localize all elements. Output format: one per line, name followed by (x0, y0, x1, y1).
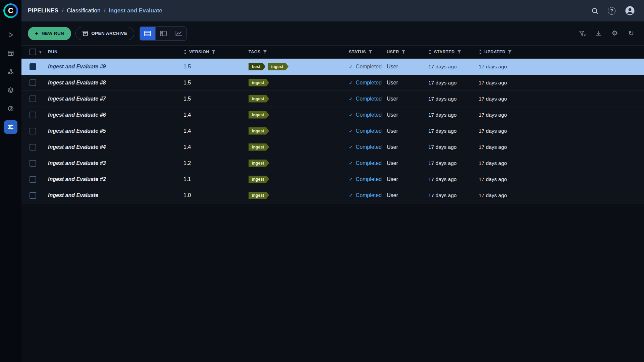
run-started: 17 days ago (428, 96, 457, 102)
app-logo[interactable]: C (0, 0, 21, 21)
status-check-icon: ✓ (349, 176, 353, 182)
clear-filters-icon (579, 31, 586, 37)
row-checkbox[interactable] (30, 79, 36, 86)
clearml-logo-icon: C (3, 3, 18, 18)
column-header-status[interactable]: STATUS (349, 50, 387, 54)
breadcrumb-project[interactable]: Classification (67, 7, 100, 14)
tag-ingest: ingest (249, 79, 269, 86)
breadcrumb-separator: / (104, 7, 105, 14)
run-user: User (387, 144, 398, 150)
status-check-icon: ✓ (349, 160, 353, 166)
sidebar-item-models[interactable] (4, 102, 17, 115)
user-avatar-button[interactable] (625, 6, 635, 16)
select-all-checkbox[interactable] (30, 49, 36, 55)
table-row[interactable]: Ingest and Evaluate #2 1.1 ingest ✓ Comp… (21, 171, 644, 187)
column-header-run[interactable]: RUN (48, 50, 183, 54)
table-row[interactable]: Ingest and Evaluate #4 1.4 ingest ✓ Comp… (21, 139, 644, 155)
toolbar-right-icons: ⚙ ↻ (579, 30, 634, 37)
sidebar-item-orchestration[interactable] (4, 65, 17, 78)
breadcrumb: PIPELINES / Classification / Ingest and … (28, 7, 162, 14)
run-name[interactable]: Ingest and Evaluate #9 (48, 64, 106, 69)
help-button[interactable]: ? (608, 7, 615, 15)
row-checkbox[interactable] (30, 96, 36, 102)
refresh-icon: ↻ (628, 30, 634, 37)
run-name[interactable]: Ingest and Evaluate #2 (48, 176, 106, 182)
run-name[interactable]: Ingest and Evaluate #5 (48, 128, 106, 134)
column-header-updated[interactable]: UPDATED (479, 50, 644, 54)
status-check-icon: ✓ (349, 128, 353, 134)
tag-ingest: ingest (249, 160, 269, 167)
download-button[interactable] (596, 31, 602, 37)
projects-icon (7, 32, 14, 38)
table-row[interactable]: Ingest and Evaluate #3 1.2 ingest ✓ Comp… (21, 155, 644, 171)
table-row[interactable]: Ingest and Evaluate #9 1.5 bestingest ✓ … (21, 59, 644, 75)
run-header-label: RUN (48, 50, 58, 54)
row-checkbox[interactable] (30, 192, 36, 199)
table-view-button[interactable] (140, 27, 155, 40)
row-checkbox[interactable] (30, 112, 36, 118)
run-name[interactable]: Ingest and Evaluate #4 (48, 144, 106, 150)
run-name[interactable]: Ingest and Evaluate #8 (48, 80, 106, 85)
settings-button[interactable]: ⚙ (612, 30, 618, 37)
tag-ingest: ingest (249, 176, 269, 183)
tags-header-label: TAGS (249, 50, 261, 54)
sidebar-item-projects[interactable] (4, 28, 17, 42)
open-archive-button[interactable]: OPEN ARCHIVE (75, 27, 134, 40)
row-checkbox[interactable] (30, 160, 36, 167)
table-row[interactable]: Ingest and Evaluate #7 1.5 ingest ✓ Comp… (21, 91, 644, 107)
layers-icon (7, 87, 14, 94)
new-run-button[interactable]: + NEW RUN (28, 27, 71, 40)
auto-refresh-button[interactable]: ↻ (628, 30, 634, 37)
sort-icon (428, 50, 432, 54)
run-started: 17 days ago (428, 128, 457, 134)
table-row[interactable]: Ingest and Evaluate #6 1.4 ingest ✓ Comp… (21, 107, 644, 123)
search-button[interactable] (591, 7, 598, 14)
run-status: ✓ Completed (349, 192, 387, 198)
filter-icon[interactable] (212, 50, 216, 54)
clear-filters-button[interactable] (579, 31, 586, 37)
column-header-tags[interactable]: TAGS (249, 50, 349, 54)
run-status: ✓ Completed (349, 64, 387, 70)
filter-icon[interactable] (368, 50, 372, 54)
row-checkbox[interactable] (30, 176, 36, 183)
run-name[interactable]: Ingest and Evaluate #3 (48, 160, 106, 166)
status-label: Completed (356, 80, 382, 86)
row-checkbox[interactable] (30, 63, 36, 70)
status-check-icon: ✓ (349, 112, 353, 118)
run-name[interactable]: Ingest and Evaluate #6 (48, 112, 106, 118)
filter-icon[interactable] (457, 50, 461, 54)
run-user: User (387, 176, 398, 182)
column-header-started[interactable]: STARTED (428, 50, 479, 54)
sidebar-item-datasets[interactable] (4, 47, 17, 60)
table-row[interactable]: Ingest and Evaluate #5 1.4 ingest ✓ Comp… (21, 123, 644, 139)
sort-icon (479, 50, 482, 54)
run-name[interactable]: Ingest and Evaluate #7 (48, 96, 106, 102)
run-started: 17 days ago (428, 160, 457, 166)
breadcrumb-section[interactable]: PIPELINES (28, 7, 59, 14)
run-user: User (387, 112, 398, 118)
column-header-user[interactable]: USER (387, 50, 428, 54)
run-updated: 17 days ago (479, 80, 507, 85)
chart-view-button[interactable] (171, 27, 186, 40)
run-user: User (387, 64, 398, 69)
row-checkbox[interactable] (30, 144, 36, 150)
sidebar-item-hyper-datasets[interactable] (4, 83, 17, 97)
filter-icon[interactable] (263, 50, 267, 54)
filter-icon[interactable] (508, 50, 512, 54)
split-view-button[interactable] (155, 27, 171, 40)
filter-icon[interactable] (401, 50, 406, 54)
sidebar-item-pipelines[interactable] (4, 120, 17, 134)
sidebar-nav (4, 28, 17, 134)
tag-best: best (249, 63, 265, 70)
breadcrumb-current-page[interactable]: Ingest and Evaluate (109, 7, 162, 14)
column-header-version[interactable]: VERSION (183, 50, 249, 54)
run-tags: ingest (249, 143, 349, 151)
sort-icon (183, 50, 187, 54)
row-checkbox[interactable] (30, 128, 36, 134)
run-started: 17 days ago (428, 176, 457, 182)
table-row[interactable]: Ingest and Evaluate 1.0 ingest ✓ Complet… (21, 187, 644, 203)
run-name[interactable]: Ingest and Evaluate (48, 192, 98, 198)
select-menu-caret-icon[interactable]: ▾ (39, 50, 42, 55)
table-row[interactable]: Ingest and Evaluate #8 1.5 ingest ✓ Comp… (21, 75, 644, 91)
run-updated: 17 days ago (479, 144, 507, 150)
